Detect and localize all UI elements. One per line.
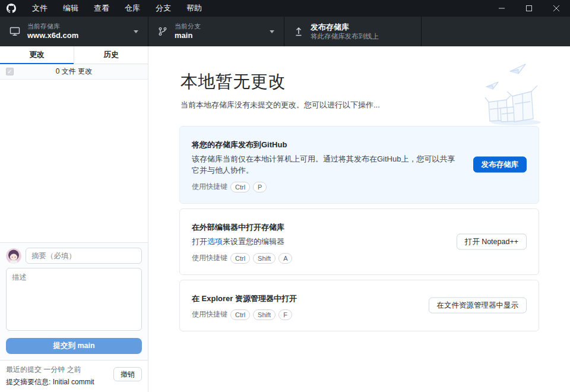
undo-button[interactable]: 撤销: [113, 367, 142, 381]
options-link[interactable]: 选项: [207, 237, 223, 246]
changes-summary-row: ✓ 0 文件 更改: [0, 64, 148, 80]
kbd-ctrl: Ctrl: [230, 182, 250, 192]
open-editor-button[interactable]: 打开 Notepad++: [457, 233, 527, 249]
main-content: 本地暂无更改 当前本地存储库没有未提交的更改。您可以进行以下操作... 将您的存…: [148, 46, 570, 392]
menu-repository[interactable]: 仓库: [117, 0, 148, 17]
repo-label: 当前存储库: [27, 23, 78, 31]
branch-label: 当前分支: [175, 23, 201, 31]
changed-files-list: [0, 80, 148, 242]
menu-edit[interactable]: 编辑: [55, 0, 86, 17]
card-body-suffix: 来设置您的编辑器: [223, 237, 284, 246]
kbd-ctrl: Ctrl: [230, 253, 250, 264]
publish-subtitle: 将此存储库发布到线上: [311, 32, 379, 40]
kbd-ctrl: Ctrl: [230, 309, 250, 320]
minimize-icon: [499, 5, 505, 11]
card-body-prefix: 打开: [192, 237, 207, 246]
repo-name: www.x6d.com: [27, 31, 78, 40]
action-cards: 将您的存储库发布到GitHub 该存储库当前仅在本地计算机上可用。通过将其发布在…: [179, 126, 539, 331]
commit-form: 提交到 main: [0, 242, 148, 360]
menubar: 文件 编辑 查看 仓库 分支 帮助: [24, 0, 210, 17]
commit-button-prefix: 提交到: [53, 342, 77, 350]
toolbar: 当前存储库 www.x6d.com 当前分支 main: [0, 17, 570, 46]
maximize-icon: [526, 5, 532, 11]
close-button[interactable]: [543, 0, 570, 17]
card-open-external-editor: 在外部编辑器中打开存储库 打开选项来设置您的编辑器 使用快捷键 Ctrl Shi…: [179, 208, 539, 275]
avatar: [6, 248, 21, 264]
shortcut-label: 使用快捷键: [192, 182, 227, 192]
sidebar: 更改 历史 ✓ 0 文件 更改: [0, 46, 148, 392]
select-all-checkbox[interactable]: ✓: [6, 68, 14, 75]
window-controls: [488, 0, 570, 17]
current-repository-dropdown[interactable]: 当前存储库 www.x6d.com: [0, 17, 148, 46]
computer-icon: [10, 27, 20, 36]
publish-repository-button[interactable]: 发布存储库: [473, 157, 527, 173]
kbd-shift: Shift: [253, 253, 276, 264]
commit-description-input[interactable]: [6, 268, 142, 331]
card-open-in-explorer: 在 Explorer 资源管理器中打开 使用快捷键 Ctrl Shift F 在…: [179, 280, 539, 331]
menu-branch[interactable]: 分支: [148, 0, 179, 17]
card-publish-repository: 将您的存储库发布到GitHub 该存储库当前仅在本地计算机上可用。通过将其发布在…: [179, 126, 539, 204]
publish-repository-toolbar-button[interactable]: 发布存储库 将此存储库发布到线上: [284, 17, 422, 46]
chevron-down-icon: [134, 30, 138, 33]
github-desktop-window: 文件 编辑 查看 仓库 分支 帮助: [0, 0, 570, 392]
maximize-button[interactable]: [515, 0, 543, 17]
recent-commit-message: Initial commit: [53, 378, 94, 386]
card-title: 将您的存储库发布到GitHub: [192, 140, 527, 150]
changes-summary-text: 0 文件 更改: [56, 67, 92, 77]
kbd-a: A: [278, 253, 292, 264]
upload-icon: [294, 27, 303, 36]
minimize-button[interactable]: [488, 0, 515, 17]
kbd-f: F: [278, 309, 292, 320]
card-title: 在外部编辑器中打开存储库: [192, 222, 527, 233]
commit-summary-input[interactable]: [26, 248, 142, 264]
kbd-shift: Shift: [253, 309, 276, 320]
shortcut-label: 使用快捷键: [192, 309, 227, 320]
card-body: 该存储库当前仅在本地计算机上可用。通过将其发布在GitHub上，您可以共享它并与…: [192, 154, 456, 176]
github-logo-icon: [7, 4, 16, 13]
titlebar: 文件 编辑 查看 仓库 分支 帮助: [0, 0, 570, 17]
git-branch-icon: [158, 27, 167, 36]
recent-commit-section: 最近的提交 一分钟 之前 提交摘要信息: Initial commit 撤销: [0, 360, 148, 392]
kbd-p: P: [253, 182, 267, 192]
current-branch-dropdown[interactable]: 当前分支 main: [148, 17, 284, 46]
tab-history[interactable]: 历史: [74, 46, 148, 64]
tab-changes[interactable]: 更改: [0, 46, 74, 64]
publish-title: 发布存储库: [311, 23, 379, 32]
empty-state-boxes-illustration: [473, 59, 543, 128]
commit-button-branch: main: [77, 342, 94, 350]
sidebar-tabs: 更改 历史: [0, 46, 148, 64]
close-icon: [553, 5, 559, 11]
branch-name: main: [175, 31, 201, 40]
commit-button[interactable]: 提交到 main: [6, 338, 142, 354]
toolbar-spacer: [422, 17, 570, 46]
menu-help[interactable]: 帮助: [179, 0, 210, 17]
menu-view[interactable]: 查看: [86, 0, 117, 17]
chevron-down-icon: [270, 30, 274, 33]
menu-file[interactable]: 文件: [24, 0, 55, 17]
shortcut-label: 使用快捷键: [192, 253, 227, 263]
recent-commit-label: 提交摘要信息:: [6, 378, 50, 386]
show-in-explorer-button[interactable]: 在文件资源管理器中显示: [429, 298, 527, 314]
